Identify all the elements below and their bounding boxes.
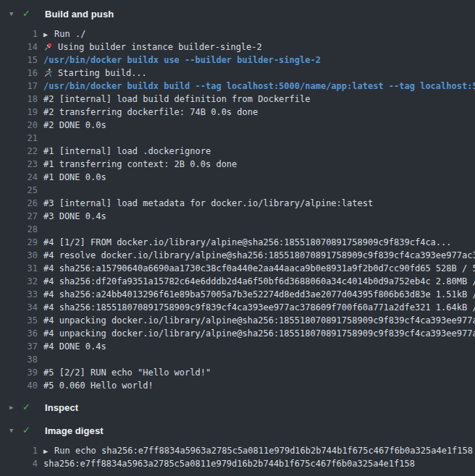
log-text: #4 sha256:a24bb4013296f61e89ba57005a7b3e… [38,288,475,301]
line-number[interactable]: 34 [0,301,38,314]
log-text: #2 [internal] load build definition from… [38,93,475,106]
log-text: #4 sha256:185518070891758909c9f839cf4ca3… [38,301,475,314]
log-text: #4 unpacking docker.io/library/alpine@sh… [38,314,475,327]
line-number[interactable]: 27 [0,210,38,223]
line-number[interactable]: 30 [0,249,38,262]
log-text: #4 DONE 0.4s [38,340,475,353]
log-line: 37#4 DONE 0.4s [0,340,475,353]
line-number[interactable]: 32 [0,275,38,288]
log-line: 28 [0,223,475,236]
step-header-build-and-push[interactable]: ▼ ✓ Build and push [0,6,475,22]
log-text: #1 [internal] load .dockerignore [38,145,475,158]
log-line: 17/usr/bin/docker buildx build --tag loc… [0,80,475,93]
log-line: 39#5 [2/2] RUN echo "Hello world!" [0,366,475,379]
line-number[interactable]: 31 [0,262,38,275]
line-number[interactable]: 37 [0,340,38,353]
log-text: #4 resolve docker.io/library/alpine@sha2… [38,249,475,262]
log-line: 22#1 [internal] load .dockerignore [0,145,475,158]
log-text: #1 transferring context: 2B 0.0s done [38,158,475,171]
chevron-down-icon[interactable]: ▼ [9,422,22,438]
log-lines: 1▶Run echo sha256:e7ff8834a5963a2785c5a0… [0,444,475,470]
line-number[interactable]: 4 [0,457,38,470]
log-line: 1▶Run echo sha256:e7ff8834a5963a2785c5a0… [0,444,475,457]
chevron-right-icon[interactable]: ▶ [9,399,22,415]
step-image-digest: ▼ ✓ Image digest 1▶Run echo sha256:e7ff8… [0,422,475,470]
play-icon[interactable]: ▶ [43,28,48,41]
check-icon: ✓ [22,399,33,415]
line-number[interactable]: 29 [0,236,38,249]
log-text: #4 sha256:df20fa9351a15782c64e6dddb2d4a6… [38,275,475,288]
log-line: 18#2 [internal] load build definition fr… [0,93,475,106]
chevron-down-icon[interactable]: ▼ [9,6,22,22]
log-command-text: /usr/bin/docker buildx build --tag local… [38,80,475,93]
log-line: 19#2 transferring dockerfile: 74B 0.0s d… [0,106,475,119]
log-line: 26#3 [internal] load metadata for docker… [0,197,475,210]
line-number[interactable]: 1 [0,27,38,41]
line-number[interactable]: 16 [0,67,38,80]
line-number[interactable]: 40 [0,379,38,392]
play-icon[interactable]: ▶ [43,445,48,457]
actions-log-viewer: ▼ ✓ Build and push 1▶Run ./14Using build… [0,0,475,470]
log-text: #5 0.060 Hello world! [38,379,475,392]
step-header-image-digest[interactable]: ▼ ✓ Image digest [0,422,475,438]
log-line: 15/usr/bin/docker buildx use --builder b… [0,54,475,67]
log-text: #2 transferring dockerfile: 74B 0.0s don… [38,106,475,119]
log-line: 30#4 resolve docker.io/library/alpine@sh… [0,249,475,262]
line-number[interactable]: 18 [0,93,38,106]
check-icon: ✓ [22,422,33,438]
line-number[interactable]: 25 [0,184,38,197]
line-number[interactable]: 33 [0,288,38,301]
log-text [38,132,475,145]
log-line: 16Starting build... [0,67,475,80]
line-number[interactable]: 35 [0,314,38,327]
log-line: 35#4 unpacking docker.io/library/alpine@… [0,314,475,327]
log-text: #4 sha256:a15790640a6690aa1730c38cf0a440… [38,262,475,275]
line-number[interactable]: 24 [0,171,38,184]
log-text [38,223,475,236]
step-inspect: ▶ ✓ Inspect [0,399,475,415]
step-title: Build and push [45,9,114,20]
log-line: 36#4 unpacking docker.io/library/alpine@… [0,327,475,340]
log-text: #2 DONE 0.0s [38,119,475,132]
log-line: 40#5 0.060 Hello world! [0,379,475,392]
log-line: 21 [0,132,475,145]
log-text: #4 [1/2] FROM docker.io/library/alpine@s… [38,236,475,249]
line-number[interactable]: 26 [0,197,38,210]
log-line: 24#1 DONE 0.0s [0,171,475,184]
log-line: 20#2 DONE 0.0s [0,119,475,132]
line-number[interactable]: 28 [0,223,38,236]
line-number[interactable]: 1 [0,444,38,457]
log-line: 14Using builder instance builder-single-… [0,41,475,54]
line-number[interactable]: 15 [0,54,38,67]
log-text: Starting build... [38,67,475,80]
line-number[interactable]: 17 [0,80,38,93]
log-line: 34#4 sha256:185518070891758909c9f839cf4c… [0,301,475,314]
log-text: sha256:e7ff8834a5963a2785c5a0811e979d16b… [38,457,475,470]
step-header-inspect[interactable]: ▶ ✓ Inspect [0,399,475,415]
line-number[interactable]: 22 [0,145,38,158]
line-number[interactable]: 19 [0,106,38,119]
line-number[interactable]: 36 [0,327,38,340]
log-text: #3 [internal] load metadata for docker.i… [38,197,475,210]
line-number[interactable]: 14 [0,41,38,54]
line-number[interactable]: 38 [0,353,38,366]
pushpin-emoji-icon [43,42,53,51]
log-line: 4sha256:e7ff8834a5963a2785c5a0811e979d16… [0,457,475,470]
step-title: Image digest [45,425,104,436]
log-command-text: /usr/bin/docker buildx use --builder bui… [38,54,475,67]
line-number[interactable]: 20 [0,119,38,132]
line-number[interactable]: 23 [0,158,38,171]
log-line: 25 [0,184,475,197]
log-text: ▶Run ./ [38,27,475,41]
log-line: 29#4 [1/2] FROM docker.io/library/alpine… [0,236,475,249]
log-lines: 1▶Run ./14Using builder instance builder… [0,27,475,392]
line-number[interactable]: 21 [0,132,38,145]
log-text [38,353,475,366]
log-line: 27#3 DONE 0.4s [0,210,475,223]
line-number[interactable]: 39 [0,366,38,379]
log-text: #3 DONE 0.4s [38,210,475,223]
log-text [38,184,475,197]
step-title: Inspect [45,402,78,413]
log-text: #4 unpacking docker.io/library/alpine@sh… [38,327,475,340]
log-line: 32#4 sha256:df20fa9351a15782c64e6dddb2d4… [0,275,475,288]
